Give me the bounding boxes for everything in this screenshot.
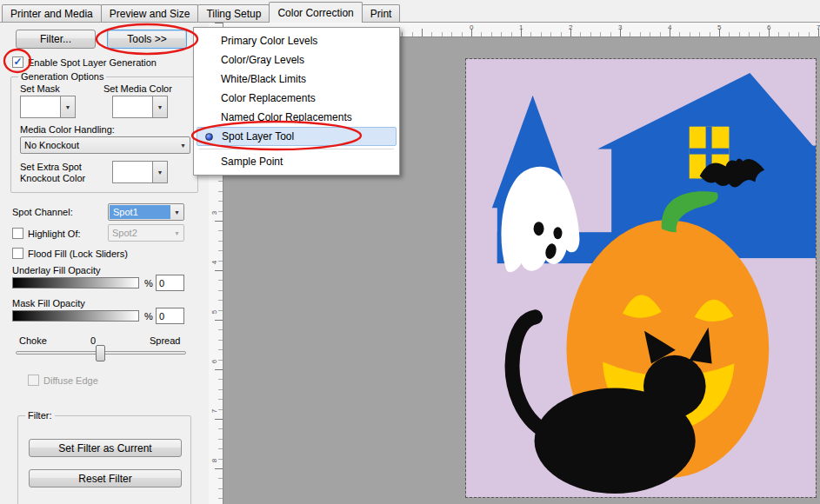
menu-item-sample-point[interactable]: Sample Point: [197, 152, 397, 171]
chevron-down-icon: ▼: [170, 204, 183, 220]
chevron-down-icon: ▼: [157, 104, 163, 110]
mask-color-dropdown-button[interactable]: ▼: [61, 96, 76, 118]
radio-selected-icon: [205, 133, 213, 141]
highlight-of-value: Spot2: [109, 225, 170, 241]
tools-button[interactable]: Tools >>: [107, 30, 187, 49]
extra-spot-color-swatch[interactable]: [112, 161, 153, 183]
spread-label: Spread: [150, 335, 180, 346]
mask-opacity-slider[interactable]: [12, 310, 139, 322]
filter-button[interactable]: Filter...: [16, 30, 96, 49]
chevron-down-icon: ▼: [157, 169, 163, 176]
set-media-color-picker[interactable]: ▼: [112, 96, 168, 118]
tab-print[interactable]: Print: [362, 4, 401, 23]
highlight-of-select: Spot2 ▼: [108, 224, 184, 242]
filter-group-title: Filter:: [25, 410, 55, 421]
tab-printer-and-media[interactable]: Printer and Media: [2, 4, 102, 23]
chevron-down-icon: ▼: [65, 104, 71, 110]
media-color-handling-label: Media Color Handling:: [20, 124, 115, 135]
mask-percent-label: %: [144, 311, 153, 322]
checkmark-icon: ✓: [13, 57, 22, 66]
ghost-eye-left: [534, 222, 544, 235]
media-color-handling-select[interactable]: No Knockout ▼: [20, 136, 190, 154]
color-correction-panel: Filter... Tools >> ✓ Enable Spot Layer G…: [0, 23, 209, 504]
generation-options-title: Generation Options: [18, 71, 106, 82]
set-extra-spot-label-line1: Set Extra Spot: [20, 162, 82, 172]
enable-spot-layer-checkbox[interactable]: ✓: [12, 56, 23, 68]
tab-bar: Printer and Media Preview and Size Tilin…: [0, 0, 820, 23]
menu-item-primary-color-levels[interactable]: Primary Color Levels: [197, 31, 397, 50]
menu-separator: [199, 149, 394, 149]
halloween-artwork: [466, 59, 816, 497]
choke-spread-slider-thumb[interactable]: [96, 345, 105, 361]
ghost-eye-right: [554, 227, 563, 239]
tab-preview-and-size[interactable]: Preview and Size: [101, 4, 199, 23]
flood-fill-label[interactable]: Flood Fill (Lock Sliders): [28, 249, 128, 259]
enable-spot-layer-label[interactable]: Enable Spot Layer Generation: [28, 57, 157, 68]
set-extra-spot-label-line2: Knockout Color: [20, 173, 85, 183]
spot-channel-select[interactable]: Spot1 ▼: [108, 203, 184, 221]
spot-channel-label: Spot Channel:: [12, 207, 73, 217]
window-bar-horizontal: [690, 149, 730, 155]
diffuse-edge-checkbox: [28, 375, 39, 386]
application-window: Printer and Media Preview and Size Tilin…: [0, 0, 820, 504]
underlay-fill-opacity-label: Underlay Fill Opacity: [12, 265, 100, 275]
media-color-handling-value: No Knockout: [21, 137, 177, 153]
extra-spot-color-dropdown-button[interactable]: ▼: [153, 161, 168, 183]
choke-value-label: 0: [90, 335, 96, 346]
menu-item-spot-layer-tool[interactable]: Spot Layer Tool: [197, 127, 397, 146]
set-mask-color-picker[interactable]: ▼: [20, 96, 76, 118]
mask-fill-opacity-label: Mask Fill Opacity: [12, 298, 85, 308]
tools-dropdown-menu: Primary Color Levels Color/Gray Levels W…: [193, 27, 400, 176]
underlay-percent-label: %: [144, 278, 153, 288]
highlight-of-label[interactable]: Highlight Of:: [28, 229, 81, 239]
menu-item-white-black-limits[interactable]: White/Black Limits: [197, 70, 397, 89]
menu-item-named-color-replacements[interactable]: Named Color Replacements: [197, 108, 397, 127]
underlay-opacity-input[interactable]: [156, 275, 184, 291]
underlay-opacity-slider[interactable]: [12, 277, 139, 288]
menu-item-color-gray-levels[interactable]: Color/Gray Levels: [197, 50, 397, 70]
choke-label: Choke: [19, 335, 47, 346]
highlight-of-checkbox[interactable]: [12, 228, 23, 239]
set-media-color-label: Set Media Color: [103, 83, 172, 94]
chevron-down-icon: ▼: [170, 225, 183, 241]
extra-spot-knockout-color-picker[interactable]: ▼: [112, 161, 168, 183]
media-color-dropdown-button[interactable]: ▼: [153, 96, 168, 118]
tab-color-correction[interactable]: Color Correction: [269, 2, 362, 23]
set-mask-label: Set Mask: [20, 83, 60, 94]
cat-head: [643, 355, 706, 418]
spot-channel-value: Spot1: [110, 205, 170, 219]
mask-color-swatch[interactable]: [20, 96, 61, 118]
preview-image[interactable]: [465, 58, 817, 498]
diffuse-edge-label: Diffuse Edge: [43, 375, 98, 386]
menu-item-label: Spot Layer Tool: [222, 130, 294, 143]
filter-group: Filter: Set Filter as Current Reset Filt…: [17, 415, 191, 504]
flood-fill-checkbox[interactable]: [12, 248, 23, 259]
menu-item-color-replacements[interactable]: Color Replacements: [197, 89, 397, 108]
chevron-down-icon: ▼: [177, 137, 190, 153]
generation-options-group: Generation Options Set Mask Set Media Co…: [10, 76, 198, 193]
reset-filter-button[interactable]: Reset Filter: [29, 469, 182, 487]
mask-opacity-input[interactable]: [156, 308, 184, 324]
media-color-swatch[interactable]: [112, 96, 153, 118]
tab-tiling-setup[interactable]: Tiling Setup: [197, 4, 270, 23]
set-filter-as-current-button[interactable]: Set Filter as Current: [29, 439, 182, 457]
